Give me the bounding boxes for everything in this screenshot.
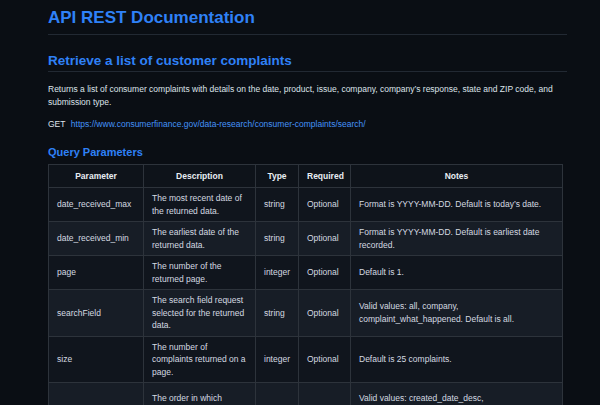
- cell-required: Optional: [299, 336, 351, 383]
- table-header-row: Parameter Description Type Required Note…: [49, 165, 563, 188]
- cell-type: string: [256, 290, 299, 337]
- page-title: API REST Documentation: [48, 6, 567, 35]
- table-header: Parameter Description Type Required Note…: [49, 165, 563, 188]
- cell-notes: Format is YYYY-MM-DD. Default is earlies…: [351, 222, 563, 256]
- endpoint-url-link[interactable]: https://www.consumerfinance.gov/data-res…: [71, 119, 366, 129]
- cell-parameter: date_received_max: [49, 188, 144, 222]
- column-header-description: Description: [144, 165, 256, 188]
- cell-type: [256, 383, 299, 405]
- cell-description: The number of the returned page.: [144, 256, 256, 290]
- table-body: date_received_maxThe most recent date of…: [49, 188, 563, 405]
- table-row: The order in whichValid values: created_…: [49, 383, 563, 405]
- cell-parameter: date_received_min: [49, 222, 144, 256]
- cell-description: The most recent date of the returned dat…: [144, 188, 256, 222]
- cell-notes: Valid values: all, company, complaint_wh…: [351, 290, 563, 337]
- cell-type: integer: [256, 336, 299, 383]
- cell-notes: Default is 25 complaints.: [351, 336, 563, 383]
- column-header-notes: Notes: [351, 165, 563, 188]
- cell-required: [299, 383, 351, 405]
- column-header-required: Required: [299, 165, 351, 188]
- cell-parameter: page: [49, 256, 144, 290]
- cell-description: The number of complaints returned on a p…: [144, 336, 256, 383]
- cell-parameter: size: [49, 336, 144, 383]
- cell-parameter: [49, 383, 144, 405]
- subsection-title: Query Parameters: [48, 146, 567, 158]
- cell-notes: Valid values: created_date_desc,: [351, 383, 563, 405]
- endpoint-line: GET https://www.consumerfinance.gov/data…: [48, 118, 567, 131]
- cell-notes: Default is 1.: [351, 256, 563, 290]
- cell-type: string: [256, 188, 299, 222]
- column-header-type: Type: [256, 165, 299, 188]
- table-row: date_received_maxThe most recent date of…: [49, 188, 563, 222]
- cell-description: The earliest date of the returned data.: [144, 222, 256, 256]
- cell-required: Optional: [299, 188, 351, 222]
- section-title: Retrieve a list of customer complaints: [48, 53, 567, 72]
- query-parameters-table: Parameter Description Type Required Note…: [48, 164, 563, 405]
- cell-type: string: [256, 222, 299, 256]
- cell-required: Optional: [299, 256, 351, 290]
- cell-description: The order in which: [144, 383, 256, 405]
- table-row: pageThe number of the returned page.inte…: [49, 256, 563, 290]
- doc-page: API REST Documentation Retrieve a list o…: [0, 0, 600, 405]
- table-row: searchFieldThe search field request sele…: [49, 290, 563, 337]
- section-description: Returns a list of consumer complaints wi…: [48, 83, 567, 109]
- cell-notes: Format is YYYY-MM-DD. Default is today’s…: [351, 188, 563, 222]
- cell-parameter: searchField: [49, 290, 144, 337]
- cell-required: Optional: [299, 290, 351, 337]
- cell-type: integer: [256, 256, 299, 290]
- cell-required: Optional: [299, 222, 351, 256]
- table-row: date_received_minThe earliest date of th…: [49, 222, 563, 256]
- column-header-parameter: Parameter: [49, 165, 144, 188]
- table-row: sizeThe number of complaints returned on…: [49, 336, 563, 383]
- http-method-label: GET: [48, 119, 65, 129]
- cell-description: The search field request selected for th…: [144, 290, 256, 337]
